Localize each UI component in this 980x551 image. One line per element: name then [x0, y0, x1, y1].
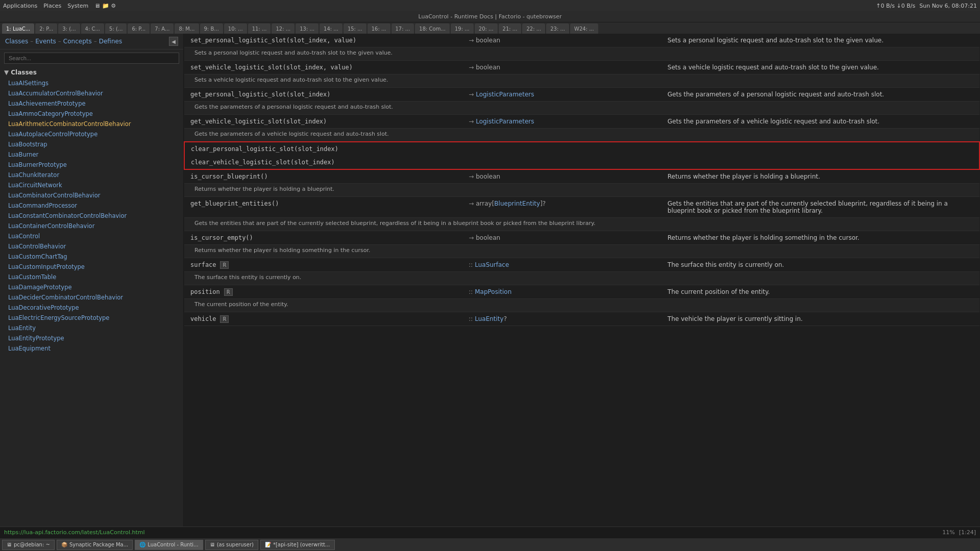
tab-14[interactable]: 14: ... [320, 23, 342, 34]
nav-concepts[interactable]: Concepts [63, 38, 92, 45]
os-system-menu[interactable]: System [67, 3, 88, 9]
taskbar-item-terminal[interactable]: 🖥 pc@debian: ~ [2, 540, 55, 550]
method-desc: Gets the entities that are part of the c… [668, 200, 948, 214]
method-name[interactable]: set_personal_logistic_slot(slot_index, v… [190, 37, 356, 44]
search-input[interactable] [4, 53, 179, 64]
tab-6[interactable]: 6: P... [128, 23, 150, 34]
method-name[interactable]: is_cursor_empty() [190, 234, 253, 241]
prop-name[interactable]: surface [190, 261, 216, 268]
tab-22[interactable]: 22: ... [522, 23, 545, 34]
method-name[interactable]: get_personal_logistic_slot(slot_index) [190, 91, 331, 98]
sidebar-item-luaburnerprototype[interactable]: LuaBurnerPrototype [0, 160, 183, 170]
sidebar-item-luaentityprototype[interactable]: LuaEntityPrototype [0, 333, 183, 343]
method-desc: Returns whether the player is holding a … [668, 173, 820, 180]
tab-16[interactable]: 16: ... [368, 23, 390, 34]
sidebar-item-luacustomtable[interactable]: LuaCustomTable [0, 272, 183, 282]
tab-23[interactable]: 23: ... [546, 23, 569, 34]
tab-20[interactable]: 20: ... [475, 23, 498, 34]
method-desc: Returns whether the player is holding so… [668, 234, 860, 241]
sidebar-item-luaentity[interactable]: LuaEntity [0, 323, 183, 333]
sidebar-item-luaconstant[interactable]: LuaConstantCombinatorControlBehavior [0, 211, 183, 221]
sidebar-item-luaautoplace[interactable]: LuaAutoplaceControlPrototype [0, 129, 183, 139]
sidebar-item-luacustominput[interactable]: LuaCustomInputPrototype [0, 262, 183, 272]
os-bar: Applications Places System 🖥 📁 ⚙ ↑0 B/s … [0, 0, 980, 11]
tab-11[interactable]: 11: ... [248, 23, 271, 34]
prop-name[interactable]: position [190, 288, 220, 295]
sidebar-item-luaachievement[interactable]: LuaAchievementPrototype [0, 98, 183, 109]
method-name[interactable]: clear_vehicle_logistic_slot(slot_index) [191, 159, 335, 166]
return-link[interactable]: LuaEntity [475, 315, 503, 322]
desc-text: Gets the parameters of a personal logist… [194, 104, 393, 110]
sidebar-item-luacontrolbehavior[interactable]: LuaControlBehavior [0, 241, 183, 252]
return-link[interactable]: BlueprintEntity [494, 200, 540, 207]
method-name[interactable]: is_cursor_blueprint() [190, 173, 268, 180]
sidebar-item-luadecorative[interactable]: LuaDecorativePrototype [0, 303, 183, 313]
tab-7[interactable]: 7: A... [151, 23, 174, 34]
sidebar-item-luacontainer[interactable]: LuaContainerControlBehavior [0, 221, 183, 231]
taskbar-item-browser[interactable]: 🌐 LuaControl - Runti... [135, 540, 203, 550]
os-places-menu[interactable]: Places [43, 3, 61, 9]
table-row: The current position of the entity. [184, 299, 979, 312]
sidebar-collapse-button[interactable]: ◀ [169, 37, 178, 46]
sidebar-item-luachunkiterator[interactable]: LuaChunkIterator [0, 170, 183, 180]
tab-13[interactable]: 13: ... [296, 23, 318, 34]
status-url: https://lua-api.factorio.com/latest/LuaC… [4, 529, 145, 536]
taskbar-item-synaptic[interactable]: 📦 Synaptic Package Ma... [57, 540, 133, 550]
tab-19[interactable]: 19: ... [451, 23, 474, 34]
method-name[interactable]: get_vehicle_logistic_slot(slot_index) [190, 118, 327, 125]
sidebar-item-luaaisettings[interactable]: LuaAISettings [0, 78, 183, 88]
method-name[interactable]: get_blueprint_entities() [190, 200, 279, 207]
sidebar-item-luacustomcharttag[interactable]: LuaCustomChartTag [0, 252, 183, 262]
method-name[interactable]: set_vehicle_logistic_slot(slot_index, va… [190, 64, 353, 71]
nav-events[interactable]: Events [35, 38, 56, 45]
return-link[interactable]: LuaSurface [475, 261, 509, 268]
return-link[interactable]: LogisticParameters [476, 91, 534, 98]
taskbar-item-editor[interactable]: 📝 *[api-site] (overwritt... [260, 540, 335, 550]
table-row: vehicle R :: LuaEntity? The vehicle the … [184, 312, 979, 326]
os-app-menu[interactable]: Applications [3, 3, 37, 9]
tab-12[interactable]: 12: ... [272, 23, 295, 34]
tab-18[interactable]: 18: Com... [415, 23, 450, 34]
return-type: boolean [476, 173, 500, 180]
sidebar-item-luadamage[interactable]: LuaDamagePrototype [0, 282, 183, 292]
return-link[interactable]: MapPosition [475, 288, 511, 295]
tab-10[interactable]: 10: ... [224, 23, 247, 34]
terminal-icon: 🖥 [7, 542, 12, 547]
sidebar-item-luaaccumulator[interactable]: LuaAccumulatorControlBehavior [0, 88, 183, 98]
sidebar-item-luaarithmetic[interactable]: LuaArithmeticCombinatorControlBehavior [0, 119, 183, 129]
sidebar-item-luaelectric[interactable]: LuaElectricEnergySourcePrototype [0, 313, 183, 323]
sidebar-item-luacontrol[interactable]: LuaControl [0, 231, 183, 241]
status-bar: https://lua-api.factorio.com/latest/LuaC… [0, 527, 980, 538]
sidebar-item-luaammo[interactable]: LuaAmmoCategoryPrototype [0, 109, 183, 119]
tab-5[interactable]: 5: (... [105, 23, 127, 34]
tab-21[interactable]: 21: ... [499, 23, 522, 34]
tab-3[interactable]: 3: (... [58, 23, 80, 34]
sidebar-item-luacircuitnetwork[interactable]: LuaCircuitNetwork [0, 180, 183, 190]
tab-24[interactable]: W24: ... [570, 23, 598, 34]
sidebar-item-luaequipment[interactable]: LuaEquipment [0, 343, 183, 354]
tab-2[interactable]: 2: P... [35, 23, 57, 34]
method-desc: The surface this entity is currently on. [668, 261, 784, 268]
table-row: is_cursor_blueprint() → boolean Returns … [184, 169, 979, 184]
nav-classes[interactable]: Classes [5, 38, 28, 45]
sidebar-item-luabootstrap[interactable]: LuaBootstrap [0, 139, 183, 149]
nav-defines[interactable]: Defines [99, 38, 122, 45]
tab-15[interactable]: 15: ... [344, 23, 366, 34]
tab-bar: 1: LuaC... 2: P... 3: (... 4: C... 5: (.… [0, 22, 980, 34]
sidebar-item-luacommandprocessor[interactable]: LuaCommandProcessor [0, 201, 183, 211]
return-link[interactable]: LogisticParameters [476, 118, 534, 125]
tab-8[interactable]: 8: M... [175, 23, 199, 34]
taskbar-item-superuser[interactable]: 🖥 (as superuser) [205, 540, 258, 550]
tab-17[interactable]: 17: ... [391, 23, 414, 34]
method-name[interactable]: clear_personal_logistic_slot(slot_index) [191, 145, 338, 153]
sidebar-item-luaburner[interactable]: LuaBurner [0, 149, 183, 160]
tab-4[interactable]: 4: C... [81, 23, 104, 34]
tab-1[interactable]: 1: LuaC... [2, 23, 34, 34]
content-area[interactable]: set_personal_logistic_slot(slot_index, v… [184, 34, 980, 527]
tab-9[interactable]: 9: B... [200, 23, 223, 34]
sidebar-item-luadecider[interactable]: LuaDeciderCombinatorControlBehavior [0, 292, 183, 303]
prop-name[interactable]: vehicle [190, 315, 216, 322]
package-icon: 📦 [61, 542, 67, 547]
table-row: Gets the parameters of a personal logist… [184, 102, 979, 115]
sidebar-item-luacombinator[interactable]: LuaCombinatorControlBehavior [0, 190, 183, 201]
